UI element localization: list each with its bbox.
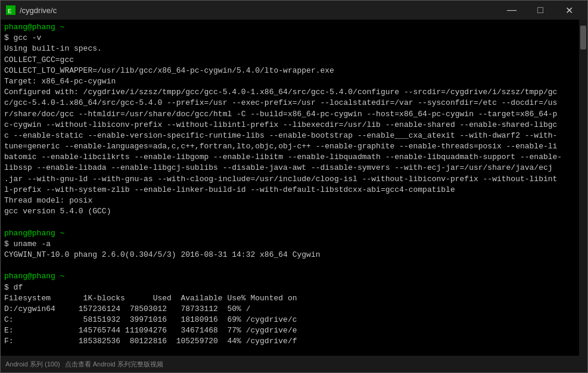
scrollbar[interactable] [579,20,587,356]
app-icon: E [5,5,16,15]
bottom-bar: Android 系列 (100) 点击查看 Android 系列完整版视频 [1,356,587,372]
terminal-window: E /cygdrive/c — □ ✕ phang@phang ~ $ gcc … [0,0,588,373]
terminal-output: phang@phang ~ $ gcc -v Using built-in sp… [4,22,584,356]
minimize-button[interactable]: — [498,1,525,20]
close-button[interactable]: ✕ [555,1,583,20]
terminal-body[interactable]: phang@phang ~ $ gcc -v Using built-in sp… [1,20,587,356]
window-title: /cygdrive/c [20,6,498,15]
scrollbar-thumb[interactable] [580,26,586,49]
bottom-bar-right: 点击查看 Android 系列完整版视频 [65,360,163,369]
title-bar: E /cygdrive/c — □ ✕ [1,1,587,20]
window-controls: — □ ✕ [498,1,583,20]
svg-text:E: E [8,8,12,15]
maximize-button[interactable]: □ [527,1,554,20]
bottom-bar-left: Android 系列 (100) [5,360,60,369]
